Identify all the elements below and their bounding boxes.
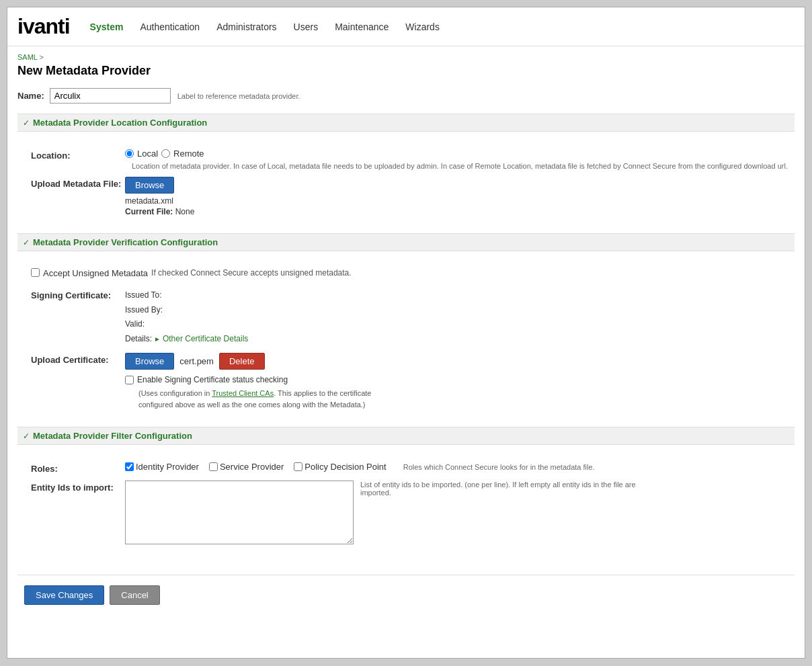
trusted-cas-link[interactable]: Trusted Client CAs xyxy=(212,389,274,397)
entity-ids-control: List of entity ids to be imported. (one … xyxy=(125,481,788,544)
save-changes-button[interactable]: Save Changes xyxy=(24,585,104,605)
location-local-radio[interactable] xyxy=(125,149,134,158)
details-triangle-icon: ► xyxy=(154,333,161,345)
service-provider-label[interactable]: Service Provider xyxy=(209,462,284,472)
nav-wizards[interactable]: Wizards xyxy=(399,18,446,36)
logo-text: ivanti xyxy=(17,14,70,39)
enable-signing-checkbox[interactable] xyxy=(125,376,134,384)
upload-metadata-control: Browse metadata.xml Current File: None xyxy=(125,177,788,216)
cert-details-row: Details: ► Other Certificate Details xyxy=(125,332,788,347)
identity-provider-checkbox[interactable] xyxy=(125,462,134,471)
upload-metadata-row: Upload Metadata File: Browse metadata.xm… xyxy=(31,177,788,216)
browse-cert-button[interactable]: Browse xyxy=(125,353,174,370)
filter-section-title: Metadata Provider Filter Configuration xyxy=(33,431,192,441)
roles-label: Roles: xyxy=(31,462,125,474)
roles-row: Roles: Identity Provider Service Provide… xyxy=(31,462,788,474)
page-title: New Metadata Provider xyxy=(17,64,795,78)
policy-decision-label[interactable]: Policy Decision Point xyxy=(294,462,386,472)
delete-cert-button[interactable]: Delete xyxy=(219,353,265,370)
roles-hint: Roles which Connect Secure looks for in … xyxy=(403,463,595,471)
entity-ids-label: Entity Ids to import: xyxy=(31,481,125,493)
issued-by-label: Issued By: xyxy=(125,303,163,318)
nav-administrators[interactable]: Administrators xyxy=(210,18,283,36)
upload-cert-control: Browse cert.pem Delete Enable Signing Ce… xyxy=(125,353,788,410)
signing-cert-control: Issued To: Issued By: Valid: Detail xyxy=(125,288,788,346)
breadcrumb: SAML > xyxy=(17,53,795,61)
accept-unsigned-checkbox[interactable] xyxy=(31,268,40,277)
verification-section-title: Metadata Provider Verification Configura… xyxy=(33,237,218,247)
filter-section-header[interactable]: ✓ Metadata Provider Filter Configuration xyxy=(17,427,795,445)
roles-group: Identity Provider Service Provider Polic… xyxy=(125,462,788,472)
upload-metadata-label: Upload Metadata File: xyxy=(31,177,125,189)
current-file-label: Current File: xyxy=(125,207,173,216)
header: ivanti System Authentication Administrat… xyxy=(7,7,805,46)
service-provider-checkbox[interactable] xyxy=(209,462,218,471)
cancel-button[interactable]: Cancel xyxy=(110,585,159,605)
verification-section-header[interactable]: ✓ Metadata Provider Verification Configu… xyxy=(17,233,795,251)
main-nav: System Authentication Administrators Use… xyxy=(83,18,446,36)
upload-cert-label: Upload Certificate: xyxy=(31,353,125,365)
entity-ids-row: Entity Ids to import: List of entity ids… xyxy=(31,481,788,544)
verification-section-content: Accept Unsigned Metadata If checked Conn… xyxy=(17,261,795,427)
accept-unsigned-row: Accept Unsigned Metadata If checked Conn… xyxy=(31,268,788,278)
current-file-row: Current File: None xyxy=(125,207,788,216)
accept-unsigned-hint: If checked Connect Secure accepts unsign… xyxy=(151,268,352,278)
main-content: SAML > New Metadata Provider Name: Label… xyxy=(7,46,805,628)
filter-arrow-icon: ✓ xyxy=(23,431,30,441)
name-input[interactable] xyxy=(50,88,171,103)
verification-arrow-icon: ✓ xyxy=(23,238,30,247)
nav-system[interactable]: System xyxy=(83,18,130,36)
location-local-label[interactable]: Local xyxy=(137,149,158,159)
issued-to-row: Issued To: xyxy=(125,288,788,303)
browse-metadata-button[interactable]: Browse xyxy=(125,177,174,194)
roles-control: Identity Provider Service Provider Polic… xyxy=(125,462,788,472)
location-section-content: Location: Local Remote Location of metad… xyxy=(17,142,795,233)
location-radio-group: Local Remote Location of metadata provid… xyxy=(125,149,788,170)
issued-by-row: Issued By: xyxy=(125,303,788,318)
name-hint: Label to reference metadata provider. xyxy=(177,92,300,100)
logo: ivanti xyxy=(17,14,70,39)
name-row: Name: Label to reference metadata provid… xyxy=(17,88,795,103)
location-row: Location: Local Remote Location of metad… xyxy=(31,149,788,170)
breadcrumb-separator: > xyxy=(40,53,44,61)
enable-signing-label[interactable]: Enable Signing Certificate status checki… xyxy=(137,375,288,384)
location-remote-radio[interactable] xyxy=(161,149,170,158)
issued-to-label: Issued To: xyxy=(125,288,161,303)
nav-maintenance[interactable]: Maintenance xyxy=(328,18,395,36)
details-link[interactable]: Other Certificate Details xyxy=(163,332,248,347)
location-control: Local Remote Location of metadata provid… xyxy=(125,149,788,170)
location-label: Location: xyxy=(31,149,125,161)
location-section-header[interactable]: ✓ Metadata Provider Location Configurati… xyxy=(17,114,795,132)
policy-decision-checkbox[interactable] xyxy=(294,462,302,471)
entity-ids-hint: List of entity ids to be imported. (one … xyxy=(360,481,643,497)
filter-section-content: Roles: Identity Provider Service Provide… xyxy=(17,455,795,561)
breadcrumb-saml[interactable]: SAML xyxy=(17,53,38,61)
current-file-value: None xyxy=(175,207,195,216)
metadata-file-name: metadata.xml xyxy=(125,196,788,206)
signing-cert-row: Signing Certificate: Issued To: Issued B… xyxy=(31,288,788,346)
entity-ids-textarea[interactable] xyxy=(125,481,354,544)
identity-provider-label[interactable]: Identity Provider xyxy=(125,462,199,472)
cert-info: Issued To: Issued By: Valid: Detail xyxy=(125,288,788,346)
upload-cert-buttons: Browse cert.pem Delete xyxy=(125,353,788,370)
valid-row: Valid: xyxy=(125,317,788,332)
bottom-buttons: Save Changes Cancel xyxy=(17,575,795,615)
name-label: Name: xyxy=(17,91,44,101)
cert-file-name: cert.pem xyxy=(179,356,214,366)
accept-unsigned-label[interactable]: Accept Unsigned Metadata xyxy=(43,268,148,278)
nav-authentication[interactable]: Authentication xyxy=(133,18,206,36)
upload-cert-row: Upload Certificate: Browse cert.pem Dele… xyxy=(31,353,788,410)
signing-cert-label: Signing Certificate: xyxy=(31,288,125,300)
nav-users[interactable]: Users xyxy=(287,18,325,36)
details-label: Details: xyxy=(125,332,152,347)
location-arrow-icon: ✓ xyxy=(23,118,30,128)
cert-note: (Uses configuration in Trusted Client CA… xyxy=(138,388,374,410)
valid-label: Valid: xyxy=(125,317,145,332)
enable-signing-row: Enable Signing Certificate status checki… xyxy=(125,375,788,384)
location-section-title: Metadata Provider Location Configuration xyxy=(33,118,207,128)
location-remote-label[interactable]: Remote xyxy=(173,149,204,159)
location-hint: Location of metadata provider. In case o… xyxy=(132,162,788,170)
